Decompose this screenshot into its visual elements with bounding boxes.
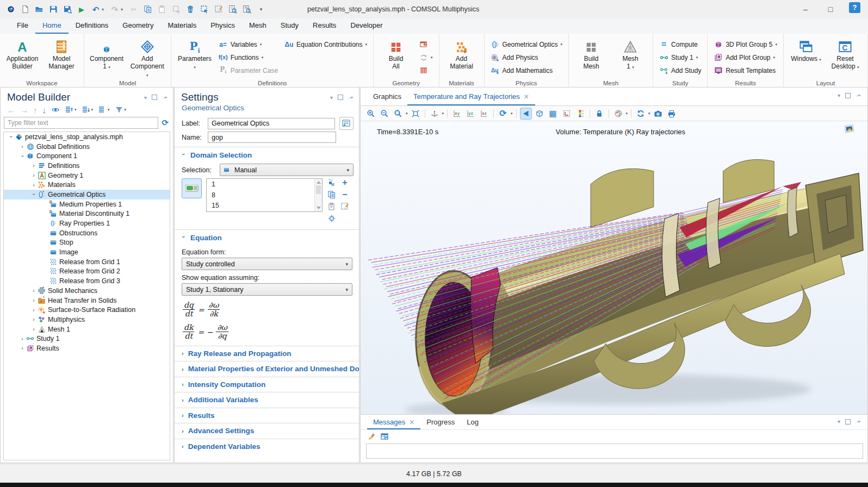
copy-icon[interactable] (141, 3, 154, 16)
selection-list-item[interactable]: 1 (207, 179, 322, 190)
environment-icon[interactable] (534, 108, 545, 120)
panel-menu-icon[interactable]: ▾ (838, 419, 840, 424)
zoom-box-dropdown-icon[interactable]: ▾ (406, 111, 408, 116)
clear-messages-icon[interactable] (367, 432, 376, 441)
expander-icon[interactable]: › (30, 307, 38, 313)
selection-dropdown[interactable]: Manual ▾ (220, 164, 354, 176)
pin-icon[interactable]: 📌︎ (161, 93, 169, 102)
model-manager-button[interactable]: Model Manager (43, 35, 80, 71)
expand-all-icon[interactable]: ▾ (65, 105, 77, 114)
panel-menu-icon[interactable]: ▾ (144, 95, 147, 101)
scene-light-icon[interactable] (520, 108, 532, 120)
expander-icon[interactable]: › (30, 182, 38, 188)
mesh-1-button[interactable]: Mesh 1 ▾ (612, 35, 649, 71)
menu-tab-results[interactable]: Results (306, 18, 343, 34)
minimize-button[interactable]: – (793, 0, 818, 18)
pin-icon[interactable]: 📌︎ (347, 93, 355, 102)
menu-tab-geometry[interactable]: Geometry (115, 18, 160, 34)
rotate-dropdown-icon[interactable]: ▾ (511, 111, 513, 116)
expander-icon[interactable]: › (30, 316, 38, 322)
section-view-icon[interactable]: ▾ (98, 105, 110, 114)
menu-tab-materials[interactable]: Materials (160, 18, 203, 34)
view-xz-icon[interactable]: xz (478, 108, 490, 120)
component-1-button[interactable]: Component 1 ▾ (88, 35, 125, 71)
create-selection-icon[interactable] (327, 178, 337, 187)
save-icon[interactable] (47, 3, 60, 16)
tree-item-release-from-grid-1[interactable]: Release from Grid 1 (4, 257, 170, 267)
tree-item-image[interactable]: Image (4, 247, 170, 257)
view-xy-icon[interactable]: xy (451, 108, 463, 120)
tree-item-mesh-1[interactable]: ›Mesh 1 (4, 324, 170, 334)
section-advanced-settings[interactable]: ›Advanced Settings (175, 423, 359, 439)
add-component-button[interactable]: Add Component ▾ (127, 35, 167, 78)
undo-icon[interactable]: ↶ (89, 3, 102, 16)
expander-icon[interactable]: › (20, 152, 26, 160)
tree-item-obstructions[interactable]: Obstructions (4, 228, 170, 238)
menu-tab-home[interactable]: Home (35, 18, 69, 34)
section-dependent-variables[interactable]: ›Dependent Variables (175, 439, 359, 454)
menu-tab-file[interactable]: File (10, 18, 35, 34)
delete-icon[interactable] (184, 3, 197, 16)
name-field[interactable] (208, 132, 336, 143)
selection-list-item[interactable]: 8 (207, 190, 322, 201)
forward-icon[interactable]: → (20, 106, 28, 114)
default-view-icon[interactable] (429, 108, 441, 120)
color-theme-dropdown-icon[interactable]: ▾ (626, 111, 628, 116)
tree-item-results[interactable]: ›Results (4, 344, 170, 353)
float-panel-icon[interactable] (845, 419, 851, 424)
paste-icon[interactable] (156, 3, 169, 16)
panel-menu-icon[interactable]: ▾ (838, 92, 840, 98)
float-panel-icon[interactable] (152, 95, 157, 100)
show-equation-dropdown[interactable]: Study 1, Stationary▾ (182, 283, 352, 296)
float-panel-icon[interactable] (845, 93, 851, 98)
undo-dropdown-icon[interactable]: ▾ (102, 7, 107, 12)
windows-button[interactable]: Windows ▾ (788, 35, 824, 63)
tree-filter-input[interactable] (4, 117, 158, 129)
plot-area[interactable]: Time=8.3391E-10 s Volume: Temperature (K… (361, 121, 867, 414)
tree-item-ray-properties-1[interactable]: Ray Properties 1 (4, 218, 170, 228)
expander-icon[interactable]: › (30, 297, 38, 303)
zoom-box-icon[interactable] (392, 108, 404, 120)
new-file-icon[interactable] (18, 3, 32, 16)
section-domain-selection[interactable]: › Domain Selection (175, 147, 359, 162)
tree-item-definitions[interactable]: ›Definitions (4, 161, 170, 171)
print-icon[interactable] (666, 108, 678, 120)
section-results[interactable]: ›Results (175, 408, 359, 423)
qat-more-icon[interactable]: ▾ (255, 3, 268, 16)
color-theme-icon[interactable] (612, 108, 624, 120)
3d-plot-group-5-button[interactable]: 3D Plot Group 5▾ (711, 38, 779, 51)
active-toggle-button[interactable] (182, 178, 202, 198)
expander-icon[interactable]: › (18, 336, 26, 342)
save-as-icon[interactable] (61, 3, 74, 16)
tree-item-component-1[interactable]: ›Component 1 (4, 151, 170, 161)
add-to-selection-icon[interactable]: + (340, 178, 350, 187)
update-plot-dropdown-icon[interactable]: ▾ (648, 111, 650, 116)
down-icon[interactable]: ↓ (42, 106, 47, 114)
parameters-button[interactable]: PiParameters ▾ (175, 35, 214, 71)
graphics-tab-temperature-and-ray-trajectories[interactable]: Temperature and Ray Trajectories✕ (407, 88, 535, 105)
refresh-icon[interactable]: ⟳ (162, 118, 169, 128)
section-ray-release-and-propagation[interactable]: ›Ray Release and Propagation (175, 346, 359, 361)
geom-import-button[interactable] (417, 38, 435, 51)
close-tab-icon[interactable]: ✕ (409, 415, 414, 429)
menu-tab-mesh[interactable]: Mesh (242, 18, 274, 34)
remove-from-selection-icon[interactable]: − (340, 190, 350, 199)
messages-tab-progress[interactable]: Progress (420, 415, 461, 429)
duplicate-icon[interactable] (170, 3, 183, 16)
expander-icon[interactable]: › (30, 288, 38, 294)
geom-rebuild-button[interactable]: ▾ (417, 51, 435, 64)
view-yz-icon[interactable]: yz (464, 108, 476, 120)
show-grid-icon[interactable]: ▦ (547, 108, 559, 120)
menu-tab-developer[interactable]: Developer (343, 18, 389, 34)
pin-icon[interactable]: 📌︎ (854, 417, 863, 426)
paste-selection-icon[interactable] (327, 202, 337, 211)
cut-icon[interactable]: ✂ (127, 3, 140, 16)
tree-item-geometrical-optics[interactable]: ›*Geometrical Optics (4, 190, 170, 199)
find-icon[interactable] (226, 3, 239, 16)
compute-button[interactable]: =Compute (657, 38, 703, 51)
rotate-icon[interactable]: ⟳ (497, 108, 509, 120)
section-equation[interactable]: › Equation (175, 230, 359, 245)
redo-dropdown-icon[interactable]: ▾ (121, 7, 126, 12)
expander-icon[interactable]: › (30, 172, 38, 178)
update-plot-icon[interactable] (635, 108, 647, 120)
